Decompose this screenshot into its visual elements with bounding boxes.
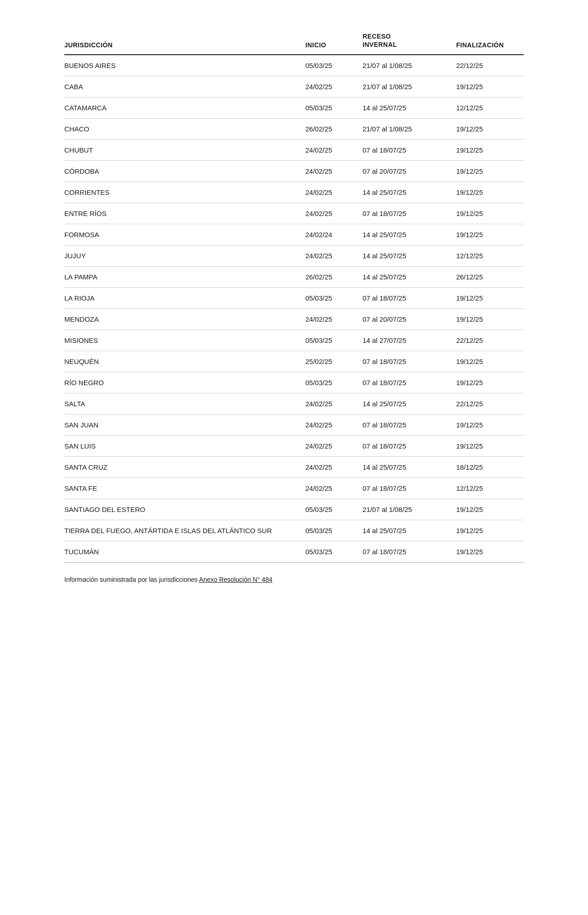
cell-receso: 14 al 25/07/25 — [362, 245, 456, 267]
cell-inicio: 24/02/24 — [305, 224, 362, 245]
cell-jurisdiccion: TIERRA DEL FUEGO, ANTÁRTIDA E ISLAS DEL … — [64, 520, 305, 541]
table-row: CABA24/02/2521/07 al 1/08/2519/12/25 — [64, 76, 524, 97]
cell-jurisdiccion: ENTRE RÍOS — [64, 203, 305, 224]
cell-jurisdiccion: BUENOS AIRES — [64, 55, 305, 76]
cell-inicio: 05/03/25 — [305, 288, 362, 309]
cell-finalizacion: 19/12/25 — [456, 182, 524, 203]
header-jurisdiccion: JURISDICCIÓN — [64, 28, 305, 55]
cell-jurisdiccion: SANTIAGO DEL ESTERO — [64, 499, 305, 520]
cell-jurisdiccion: CATAMARCA — [64, 97, 305, 119]
cell-finalizacion: 19/12/25 — [456, 436, 524, 457]
cell-inicio: 24/02/25 — [305, 203, 362, 224]
cell-inicio: 24/02/25 — [305, 478, 362, 499]
cell-finalizacion: 19/12/25 — [456, 161, 524, 182]
cell-finalizacion: 22/12/25 — [456, 330, 524, 351]
cell-jurisdiccion: SANTA FE — [64, 478, 305, 499]
cell-receso: 14 al 25/07/25 — [362, 520, 456, 541]
cell-finalizacion: 19/12/25 — [456, 351, 524, 372]
cell-inicio: 24/02/25 — [305, 415, 362, 436]
cell-jurisdiccion: SAN JUAN — [64, 415, 305, 436]
cell-jurisdiccion: LA PAMPA — [64, 267, 305, 288]
cell-receso: 14 al 25/07/25 — [362, 224, 456, 245]
table-row: JUJUY24/02/2514 al 25/07/2512/12/25 — [64, 245, 524, 267]
footer-note: Información suministrada por las jurisdi… — [64, 576, 524, 583]
cell-inicio: 24/02/25 — [305, 182, 362, 203]
cell-receso: 07 al 18/07/25 — [362, 140, 456, 161]
cell-inicio: 05/03/25 — [305, 541, 362, 563]
cell-jurisdiccion: TUCUMÁN — [64, 541, 305, 563]
header-finalizacion: FINALIZACIÓN — [456, 28, 524, 55]
cell-inicio: 24/02/25 — [305, 457, 362, 478]
cell-inicio: 24/02/25 — [305, 245, 362, 267]
table-row: LA PAMPA26/02/2514 al 25/07/2526/12/25 — [64, 267, 524, 288]
cell-receso: 07 al 20/07/25 — [362, 161, 456, 182]
cell-receso: 07 al 18/07/25 — [362, 288, 456, 309]
cell-finalizacion: 12/12/25 — [456, 245, 524, 267]
cell-inicio: 24/02/25 — [305, 76, 362, 97]
cell-jurisdiccion: SAN LUIS — [64, 436, 305, 457]
cell-inicio: 24/02/25 — [305, 309, 362, 330]
cell-receso: 14 al 25/07/25 — [362, 97, 456, 119]
table-row: MENDOZA24/02/2507 al 20/07/2519/12/25 — [64, 309, 524, 330]
cell-inicio: 05/03/25 — [305, 55, 362, 76]
cell-receso: 21/07 al 1/08/25 — [362, 119, 456, 140]
cell-inicio: 24/02/25 — [305, 436, 362, 457]
cell-finalizacion: 12/12/25 — [456, 97, 524, 119]
cell-receso: 21/07 al 1/08/25 — [362, 55, 456, 76]
cell-finalizacion: 19/12/25 — [456, 415, 524, 436]
cell-inicio: 05/03/25 — [305, 520, 362, 541]
table-row: CORRIENTES24/02/2514 al 25/07/2519/12/25 — [64, 182, 524, 203]
table-row: BUENOS AIRES05/03/2521/07 al 1/08/2522/1… — [64, 55, 524, 76]
table-header-row: JURISDICCIÓN INICIO RECESO INVERNAL FINA… — [64, 28, 524, 55]
cell-jurisdiccion: CHUBUT — [64, 140, 305, 161]
cell-receso: 14 al 25/07/25 — [362, 457, 456, 478]
cell-inicio: 24/02/25 — [305, 393, 362, 415]
table-row: MISIONES05/03/2514 al 27/07/2522/12/25 — [64, 330, 524, 351]
cell-finalizacion: 19/12/25 — [456, 224, 524, 245]
table-row: ENTRE RÍOS24/02/2507 al 18/07/2519/12/25 — [64, 203, 524, 224]
cell-finalizacion: 19/12/25 — [456, 203, 524, 224]
cell-finalizacion: 22/12/25 — [456, 55, 524, 76]
table-row: CÓRDOBA24/02/2507 al 20/07/2519/12/25 — [64, 161, 524, 182]
table-row: SALTA24/02/2514 al 25/07/2522/12/25 — [64, 393, 524, 415]
cell-jurisdiccion: NEUQUÉN — [64, 351, 305, 372]
table-row: SANTA FE24/02/2507 al 18/07/2512/12/25 — [64, 478, 524, 499]
cell-jurisdiccion: CABA — [64, 76, 305, 97]
main-container: JURISDICCIÓN INICIO RECESO INVERNAL FINA… — [64, 28, 524, 583]
cell-finalizacion: 26/12/25 — [456, 267, 524, 288]
table-row: SAN LUIS24/02/2507 al 18/07/2519/12/25 — [64, 436, 524, 457]
footer-text: Información suministrada por las jurisdi… — [64, 576, 199, 583]
cell-jurisdiccion: CORRIENTES — [64, 182, 305, 203]
cell-receso: 07 al 18/07/25 — [362, 436, 456, 457]
cell-receso: 07 al 18/07/25 — [362, 541, 456, 563]
cell-finalizacion: 19/12/25 — [456, 288, 524, 309]
cell-jurisdiccion: SALTA — [64, 393, 305, 415]
cell-inicio: 05/03/25 — [305, 330, 362, 351]
cell-finalizacion: 19/12/25 — [456, 140, 524, 161]
table-row: TIERRA DEL FUEGO, ANTÁRTIDA E ISLAS DEL … — [64, 520, 524, 541]
cell-jurisdiccion: JUJUY — [64, 245, 305, 267]
cell-finalizacion: 19/12/25 — [456, 309, 524, 330]
cell-receso: 14 al 27/07/25 — [362, 330, 456, 351]
table-row: FORMOSA24/02/2414 al 25/07/2519/12/25 — [64, 224, 524, 245]
table-row: CHACO26/02/2521/07 al 1/08/2519/12/25 — [64, 119, 524, 140]
footer-link[interactable]: Anexo Resolución N° 484 — [199, 576, 272, 583]
cell-jurisdiccion: MENDOZA — [64, 309, 305, 330]
cell-finalizacion: 18/12/25 — [456, 457, 524, 478]
cell-receso: 07 al 18/07/25 — [362, 372, 456, 393]
cell-inicio: 26/02/25 — [305, 119, 362, 140]
cell-jurisdiccion: LA RIOJA — [64, 288, 305, 309]
cell-receso: 07 al 20/07/25 — [362, 309, 456, 330]
cell-jurisdiccion: SANTA CRUZ — [64, 457, 305, 478]
header-inicio: INICIO — [305, 28, 362, 55]
cell-receso: 07 al 18/07/25 — [362, 415, 456, 436]
table-row: RÍO NEGRO05/03/2507 al 18/07/2519/12/25 — [64, 372, 524, 393]
cell-receso: 07 al 18/07/25 — [362, 351, 456, 372]
cell-receso: 21/07 al 1/08/25 — [362, 76, 456, 97]
cell-receso: 14 al 25/07/25 — [362, 393, 456, 415]
cell-finalizacion: 19/12/25 — [456, 372, 524, 393]
cell-receso: 14 al 25/07/25 — [362, 182, 456, 203]
cell-jurisdiccion: CÓRDOBA — [64, 161, 305, 182]
cell-receso: 21/07 al 1/08/25 — [362, 499, 456, 520]
header-receso: RECESO INVERNAL — [362, 28, 456, 55]
